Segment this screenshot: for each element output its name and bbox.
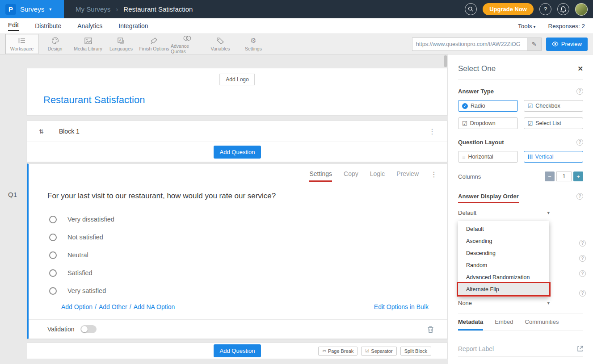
separator-button[interactable]: ☑Separator [361,347,396,356]
radio-button[interactable] [49,234,57,241]
help-icon[interactable]: ? [579,270,586,277]
answer-type-radio[interactable]: ✓ Radio [458,100,518,112]
block-title[interactable]: Block 1 [59,128,80,135]
tools-menu[interactable]: Tools▾ [518,23,536,29]
chevron-down-icon: ▾ [49,7,51,12]
survey-url-input[interactable] [412,38,527,51]
external-link-icon[interactable] [577,346,583,352]
add-logo-button[interactable]: Add Logo [219,74,255,85]
product-switcher[interactable]: P Surveys ▾ [0,0,64,18]
svg-text:A: A [119,38,122,42]
radio-button[interactable] [49,251,57,259]
add-other-link[interactable]: Add Other [99,303,127,310]
brush-icon [151,37,158,45]
help-icon[interactable]: ? [576,193,583,200]
question-preview-tab[interactable]: Preview [396,170,419,177]
responses-count[interactable]: Responses: 2 [548,23,585,29]
toolbar-item-media-library[interactable]: Media Library [71,34,105,54]
layout-horizontal[interactable]: ≡ Horizontal [458,151,518,163]
tab-embed[interactable]: Embed [495,318,513,331]
radio-button[interactable] [49,269,57,277]
menu-item-alternate-flip[interactable]: Alternate Flip [458,283,549,295]
columns-decrement-button[interactable]: − [545,172,555,181]
menu-item-random[interactable]: Random [458,259,549,271]
question-logic-tab[interactable]: Logic [370,170,385,177]
none-select[interactable]: None ▾ [458,300,550,306]
question-settings-panel: Select One ✕ Answer Type ? ✓ Radio ☑ Che… [448,54,593,364]
report-label-input[interactable] [458,345,577,352]
help-icon[interactable]: ? [579,240,586,247]
toolbar-item-advance-quotas[interactable]: Advance Quotas [171,34,204,54]
section-nav: Edit Distribute Analytics Integration To… [0,18,593,34]
answer-type-select-list[interactable]: ☑ Select List [524,117,584,129]
radio-button[interactable] [49,287,57,295]
add-option-link[interactable]: Add Option [61,303,93,310]
add-na-option-link[interactable]: Add NA Option [134,303,175,310]
answer-type-options: ✓ Radio ☑ Checkbox ☑ Dropdown ☑ Select L… [458,100,583,129]
tab-communities[interactable]: Communities [525,318,559,331]
tab-edit[interactable]: Edit [8,21,19,31]
tab-metadata[interactable]: Metadata [458,318,483,331]
block-card: ⇅ Block 1 ⋮ Add Question [27,121,448,162]
edit-options-in-bulk-link[interactable]: Edit Options in Bulk [374,303,429,310]
toolbar-item-languages[interactable]: A Languages [105,34,138,54]
menu-item-descending[interactable]: Descending [458,247,549,259]
notifications-button[interactable] [557,3,569,15]
block-menu-icon[interactable]: ⋮ [429,127,436,136]
answer-type-checkbox[interactable]: ☑ Checkbox [524,100,584,112]
help-icon[interactable]: ? [579,290,586,297]
help-icon[interactable]: ? [579,255,586,262]
toolbar-item-finish-options[interactable]: Finish Options [138,34,171,54]
menu-item-ascending[interactable]: Ascending [458,235,549,247]
block-header: ⇅ Block 1 ⋮ [27,121,447,142]
menu-item-default[interactable]: Default [458,223,549,235]
toolbar-item-settings[interactable]: ⚙ Settings [237,34,270,54]
add-question-button-bottom[interactable]: Add Question [214,344,261,357]
columns-increment-button[interactable]: + [573,172,583,181]
question-settings-tab[interactable]: Settings [309,170,332,182]
toolbar-item-design[interactable]: Design [38,34,71,54]
question-layout-label: Question Layout [458,139,504,146]
canvas-scrollbar[interactable] [444,55,447,67]
question-copy-tab[interactable]: Copy [344,170,358,177]
close-icon[interactable]: ✕ [577,65,583,73]
question-menu-icon[interactable]: ⋮ [430,170,437,179]
survey-title[interactable]: Restaurant Satisfaction [43,94,145,106]
search-icon [468,6,474,12]
page-break-button[interactable]: ✂Page Break [318,347,357,356]
user-avatar[interactable] [575,3,588,16]
split-block-button[interactable]: Split Block [400,347,431,356]
answer-display-order-select[interactable]: Default ▾ [458,209,550,220]
block-footer: Add Question ✂Page Break ☑Separator Spli… [27,343,448,359]
collapse-block-icon[interactable]: ⇅ [39,128,44,135]
add-question-button[interactable]: Add Question [214,146,261,159]
answer-type-dropdown[interactable]: ☑ Dropdown [458,117,518,129]
checked-box-icon: ☑ [365,348,369,353]
columns-value-input[interactable] [556,172,572,181]
topbar: P Surveys ▾ My Surveys › Restaurant Sati… [0,0,593,18]
tab-distribute[interactable]: Distribute [35,22,61,29]
radio-button[interactable] [49,216,57,223]
validation-toggle[interactable] [80,325,97,333]
menu-item-advanced-randomization[interactable]: Advanced Randomization [458,271,549,283]
validation-row: Validation [29,320,447,333]
search-button[interactable] [465,3,477,15]
help-icon[interactable]: ? [576,88,583,95]
topbar-actions: Upgrade Now ? [465,3,593,16]
help-button[interactable]: ? [539,3,551,15]
delete-question-button[interactable] [427,326,434,333]
toolbar-item-workspace[interactable]: Workspace [5,34,38,54]
toolbar-item-variables[interactable]: Variables [204,34,237,54]
upgrade-now-button[interactable]: Upgrade Now [483,3,534,15]
tab-integration[interactable]: Integration [118,22,148,29]
preview-button[interactable]: Preview [546,38,588,51]
tab-analytics[interactable]: Analytics [77,22,102,29]
breadcrumb-my-surveys[interactable]: My Surveys [76,5,110,13]
question-text[interactable]: For your last visit to our restaurant, h… [47,192,447,201]
breadcrumb: My Surveys › Restaurant Satisfaction [76,5,193,13]
layout-vertical[interactable]: Vertical [524,151,584,163]
help-icon[interactable]: ? [576,139,583,146]
edit-url-button[interactable]: ✎ [527,38,542,51]
toolbar-right: ✎ Preview [412,34,593,54]
eye-icon [552,42,559,46]
